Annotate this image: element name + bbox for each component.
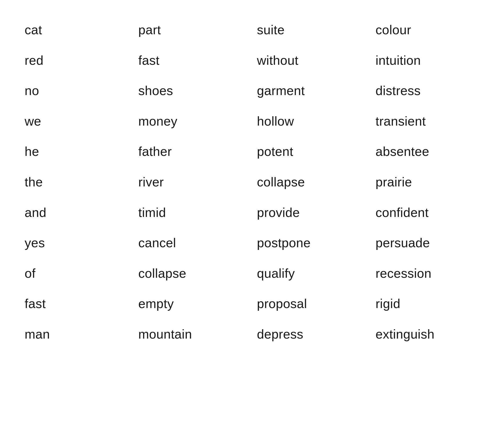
word-cell-r4-c2: potent — [252, 136, 371, 167]
word-grid: catpartsuitecolourredfastwithoutintuitio… — [15, 15, 489, 350]
word-cell-r0-c0: cat — [15, 15, 133, 45]
word-cell-r8-c0: of — [15, 258, 133, 289]
word-cell-r4-c3: absentee — [371, 136, 489, 167]
word-cell-r10-c3: extinguish — [371, 319, 489, 350]
word-cell-r0-c3: colour — [371, 15, 489, 45]
word-cell-r1-c1: fast — [133, 45, 252, 76]
word-cell-r7-c2: postpone — [252, 228, 371, 258]
word-cell-r7-c0: yes — [15, 228, 133, 258]
word-cell-r1-c3: intuition — [371, 45, 489, 76]
word-cell-r7-c3: persuade — [371, 228, 489, 258]
word-cell-r5-c3: prairie — [371, 167, 489, 197]
word-cell-r10-c2: depress — [252, 319, 371, 350]
word-cell-r6-c2: provide — [252, 197, 371, 228]
word-cell-r2-c1: shoes — [133, 76, 252, 106]
word-cell-r9-c2: proposal — [252, 289, 371, 319]
word-cell-r2-c3: distress — [371, 76, 489, 106]
word-cell-r8-c1: collapse — [133, 258, 252, 289]
word-cell-r0-c1: part — [133, 15, 252, 45]
word-cell-r7-c1: cancel — [133, 228, 252, 258]
word-cell-r6-c0: and — [15, 197, 133, 228]
word-cell-r8-c2: qualify — [252, 258, 371, 289]
word-cell-r5-c0: the — [15, 167, 133, 197]
word-cell-r0-c2: suite — [252, 15, 371, 45]
word-cell-r2-c2: garment — [252, 76, 371, 106]
word-cell-r3-c2: hollow — [252, 106, 371, 137]
word-cell-r4-c1: father — [133, 136, 252, 167]
word-cell-r3-c3: transient — [371, 106, 489, 137]
word-cell-r1-c2: without — [252, 45, 371, 76]
word-cell-r2-c0: no — [15, 76, 133, 106]
word-cell-r5-c1: river — [133, 167, 252, 197]
word-cell-r4-c0: he — [15, 136, 133, 167]
word-cell-r6-c1: timid — [133, 197, 252, 228]
word-cell-r5-c2: collapse — [252, 167, 371, 197]
word-cell-r9-c0: fast — [15, 289, 133, 319]
word-cell-r10-c0: man — [15, 319, 133, 350]
word-cell-r3-c0: we — [15, 106, 133, 137]
word-cell-r10-c1: mountain — [133, 319, 252, 350]
word-cell-r6-c3: confident — [371, 197, 489, 228]
word-cell-r9-c3: rigid — [371, 289, 489, 319]
word-cell-r1-c0: red — [15, 45, 133, 76]
word-cell-r9-c1: empty — [133, 289, 252, 319]
word-cell-r8-c3: recession — [371, 258, 489, 289]
word-cell-r3-c1: money — [133, 106, 252, 137]
